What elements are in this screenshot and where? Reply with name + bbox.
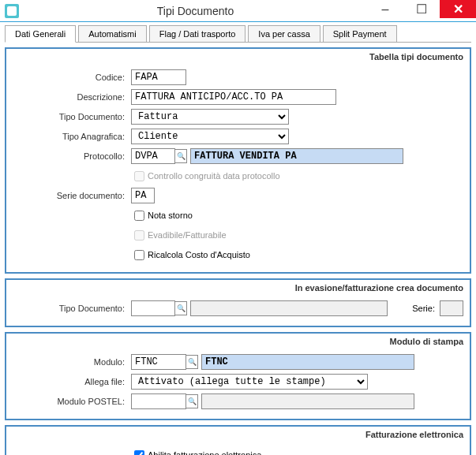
evasione-tipodoc-lookup-icon[interactable] (174, 301, 187, 315)
tab-bar: Dati Generali Automatismi Flag / Dati tr… (0, 22, 476, 43)
tab-automatismi[interactable]: Automatismi (78, 25, 147, 43)
panel-fatturazione-elettronica: Fatturazione elettronica Abilita fattura… (5, 425, 471, 455)
tab-flag-dati-trasporto[interactable]: Flag / Dati trasporto (149, 25, 246, 43)
evasione-tipodoc-code-input[interactable] (131, 300, 175, 316)
modulo-label: Modulo: (13, 357, 131, 367)
tab-iva-per-cassa[interactable]: Iva per cassa (248, 25, 320, 43)
allega-file-select[interactable]: Attivato (allega tutte le stampe) (131, 374, 368, 390)
evadibile-checkbox: Evadibile/Fatturabile (131, 228, 227, 243)
protocollo-lookup-icon[interactable] (174, 149, 187, 163)
close-button[interactable]: ✕ (440, 0, 476, 18)
window-title: Tipi Documento (24, 5, 367, 17)
panel-in-evasione: In evasione/fatturazione crea documento … (5, 278, 471, 327)
descrizione-label: Descrizione: (13, 92, 131, 102)
panel-title: Modulo di stampa (13, 335, 463, 351)
allega-file-label: Allega file: (13, 377, 131, 386)
titlebar: Tipi Documento – ☐ ✕ (0, 0, 476, 22)
ricalcola-checkbox[interactable]: Ricalcola Costo d'Acquisto (131, 248, 250, 263)
tipo-documento-label: Tipo Documento: (13, 112, 131, 121)
modulo-desc-display (201, 354, 414, 370)
protocollo-label: Protocollo: (13, 151, 131, 161)
controllo-congruita-checkbox: Controllo congruità data protocollo (131, 169, 280, 184)
modulo-postel-code-input[interactable] (131, 393, 186, 409)
abilita-fatturazione-checkbox[interactable]: Abilita fatturazione elettronica (131, 448, 261, 456)
window-buttons: – ☐ ✕ (367, 0, 476, 21)
codice-input[interactable] (131, 69, 186, 85)
panel-modulo-stampa: Modulo di stampa Modulo: Allega file: At… (5, 332, 471, 420)
tipo-documento-select[interactable]: Fattura (131, 109, 289, 125)
serie-documento-input[interactable] (131, 188, 155, 203)
app-icon (5, 4, 19, 18)
content-area: Tabella tipi documento Codice: Descrizio… (0, 43, 476, 455)
tab-dati-generali[interactable]: Dati Generali (5, 25, 76, 43)
panel-title: Fatturazione elettronica (13, 428, 463, 444)
minimize-button[interactable]: – (367, 0, 403, 18)
maximize-button[interactable]: ☐ (403, 0, 440, 18)
descrizione-input[interactable] (131, 89, 336, 105)
modulo-postel-desc-display (201, 393, 414, 409)
modulo-code-input[interactable] (131, 354, 186, 370)
panel-tabella-tipi-documento: Tabella tipi documento Codice: Descrizio… (5, 47, 471, 274)
nota-storno-checkbox[interactable]: Nota storno (131, 208, 193, 223)
evasione-tipodoc-label: Tipo Documento: (13, 304, 131, 313)
modulo-lookup-icon[interactable] (186, 355, 198, 369)
tipo-anagrafica-select[interactable]: Cliente (131, 129, 289, 144)
evasione-serie-label: Serie: (412, 304, 435, 313)
panel-title: In evasione/fatturazione crea documento (13, 282, 463, 297)
serie-documento-label: Serie documento: (13, 191, 131, 200)
modulo-postel-label: Modulo POSTEL: (13, 397, 131, 406)
codice-label: Codice: (13, 73, 131, 82)
panel-title: Tabella tipi documento (13, 50, 463, 66)
protocollo-code-input[interactable] (131, 148, 175, 164)
evasione-serie-input (440, 300, 463, 316)
tab-split-payment[interactable]: Split Payment (323, 25, 397, 43)
protocollo-desc-display (190, 148, 403, 164)
evasione-tipodoc-desc-display (190, 300, 388, 316)
modulo-postel-lookup-icon[interactable] (186, 394, 198, 408)
tipo-anagrafica-label: Tipo Anagrafica: (13, 132, 131, 141)
